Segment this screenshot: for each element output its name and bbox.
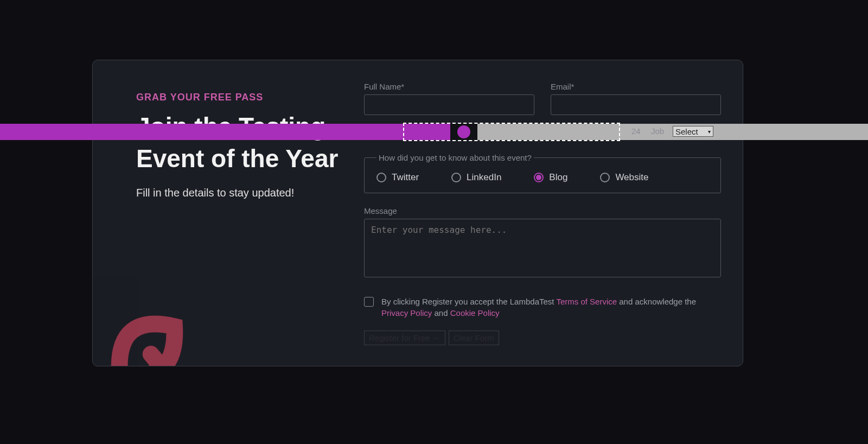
radio-icon (600, 173, 610, 182)
tos-link[interactable]: Terms of Service (556, 297, 617, 306)
radio-icon (376, 173, 386, 182)
age-slider-thumb-dot (457, 125, 470, 138)
register-button[interactable]: Register for Free→ (364, 331, 445, 345)
clear-button-label: Clear Form (454, 333, 494, 342)
register-button-label: Register for Free (369, 333, 430, 342)
source-radio-linkedin[interactable]: LinkedIn (451, 172, 501, 183)
radio-icon (534, 173, 544, 182)
message-textarea[interactable] (364, 219, 721, 277)
consent-text: By clicking Register you accept the Lamb… (381, 296, 721, 319)
age-value: 24 (631, 126, 641, 136)
consent-mid1: and acknowledge the (617, 297, 696, 306)
arrow-right-icon: → (432, 333, 441, 342)
page-title: Join the Testing Event of the Year (136, 111, 359, 175)
cookie-link[interactable]: Cookie Policy (450, 308, 500, 318)
source-fieldset: How did you get to know about this event… (364, 153, 721, 193)
source-radio-website[interactable]: Website (600, 172, 648, 183)
age-slider-thumb-box[interactable] (450, 124, 477, 140)
email-field-wrap: Email* (551, 82, 721, 115)
left-column: GRAB YOUR FREE PASS Join the Testing Eve… (136, 82, 359, 350)
source-radio-row: Twitter LinkedIn Blog Website (376, 172, 709, 183)
eyebrow-text: GRAB YOUR FREE PASS (136, 92, 359, 103)
job-select[interactable]: Select ▾ (673, 126, 713, 137)
radio-icon (451, 173, 461, 182)
radio-label: Website (615, 172, 648, 183)
consent-checkbox[interactable] (364, 297, 374, 307)
consent-row: By clicking Register you accept the Lamb… (364, 296, 721, 319)
button-row: Register for Free→ Clear Form (364, 331, 721, 345)
full-name-label: Full Name* (364, 82, 534, 91)
chevron-down-icon: ▾ (708, 129, 711, 135)
registration-card: GRAB YOUR FREE PASS Join the Testing Eve… (92, 60, 743, 366)
clear-form-button[interactable]: Clear Form (449, 331, 499, 345)
radio-label: Blog (549, 172, 567, 183)
consent-mid2: and (432, 308, 450, 318)
page-subtitle: Fill in the details to stay updated! (136, 187, 359, 199)
age-slider-track[interactable] (0, 124, 868, 140)
decorative-logo (92, 290, 207, 366)
consent-prefix: By clicking Register you accept the Lamb… (381, 297, 556, 306)
source-radio-blog[interactable]: Blog (534, 172, 567, 183)
privacy-link[interactable]: Privacy Policy (381, 308, 432, 318)
job-select-value: Select (675, 127, 698, 136)
source-radio-twitter[interactable]: Twitter (376, 172, 419, 183)
message-label: Message (364, 206, 721, 215)
email-input[interactable] (551, 94, 721, 115)
email-label: Email* (551, 82, 721, 91)
job-select-wrap: Select ▾ (673, 126, 713, 137)
job-label: Job (651, 126, 664, 136)
full-name-input[interactable] (364, 94, 534, 115)
form-column: Full Name* Email* How did you get to kno… (359, 82, 721, 350)
age-slider-fill (0, 124, 450, 140)
message-field-wrap: Message (364, 206, 721, 280)
full-name-field-wrap: Full Name* (364, 82, 534, 115)
radio-label: Twitter (392, 172, 419, 183)
radio-label: LinkedIn (467, 172, 501, 183)
source-legend: How did you get to know about this event… (376, 153, 534, 162)
